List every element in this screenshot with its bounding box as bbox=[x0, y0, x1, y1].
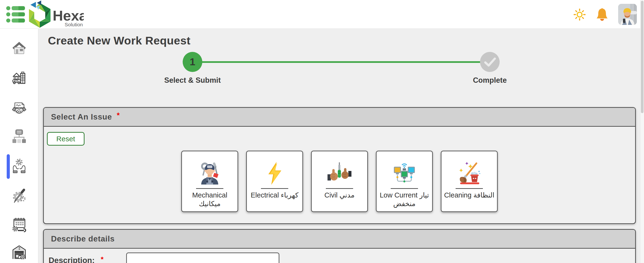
app-screen: Hexa Solution bbox=[0, 0, 644, 263]
lightning-bolt-icon bbox=[263, 151, 286, 185]
issue-card-cleaning[interactable]: Cleaning النظافة bbox=[441, 151, 498, 212]
issue-cards-row: Mechanical ميكانيك Electrical كهرباء bbox=[44, 151, 635, 212]
menu-icon[interactable] bbox=[6, 5, 26, 24]
scrollbar-thumb[interactable] bbox=[641, 1, 644, 113]
step-1-number: 1 bbox=[190, 56, 195, 68]
hands-screwdriver-icon bbox=[328, 151, 352, 185]
issue-card-low-current[interactable]: Low Current تيار منخفض bbox=[376, 151, 433, 212]
description-input[interactable] bbox=[126, 253, 280, 263]
description-label-text: Description: bbox=[48, 256, 95, 263]
select-issue-title: Select An Issue bbox=[51, 112, 112, 121]
schedule-calendar-tools-icon bbox=[12, 217, 27, 232]
left-sidebar bbox=[0, 29, 38, 263]
select-issue-panel-header: Select An Issue * bbox=[44, 108, 635, 127]
sidebar-item-contracts[interactable] bbox=[11, 99, 27, 116]
user-avatar-photo bbox=[618, 4, 637, 25]
description-label: Description: * bbox=[48, 256, 104, 263]
bell-icon[interactable] bbox=[596, 8, 608, 21]
card-divider bbox=[326, 188, 353, 189]
page-title: Create New Work Request bbox=[48, 34, 190, 47]
warehouse-inventory-icon bbox=[12, 245, 27, 260]
issue-card-label: Low Current تيار منخفض bbox=[376, 191, 432, 208]
sidebar-item-schedule[interactable] bbox=[11, 217, 27, 233]
step-1-label: Select & Submit bbox=[144, 76, 240, 85]
issue-card-label: Civil مدني bbox=[322, 191, 356, 199]
issue-card-label: Electrical كهرباء bbox=[249, 191, 300, 199]
sidebar-item-home[interactable] bbox=[11, 40, 27, 56]
reset-button[interactable]: Reset bbox=[47, 132, 84, 146]
required-asterisk: * bbox=[117, 111, 120, 120]
property-building-car-icon bbox=[12, 70, 27, 85]
sidebar-item-maintenance[interactable] bbox=[11, 188, 27, 204]
sidebar-item-warehouse[interactable] bbox=[11, 244, 27, 260]
card-divider bbox=[196, 188, 223, 189]
required-asterisk: * bbox=[101, 255, 104, 263]
maintenance-gear-screwdriver-icon bbox=[12, 188, 27, 204]
stepper-connector-line bbox=[192, 61, 490, 63]
describe-details-panel-header: Describe details bbox=[44, 230, 635, 249]
work-request-hands-gear-icon bbox=[12, 159, 27, 174]
menu-icon-glyph bbox=[6, 5, 26, 24]
step-1-circle: 1 bbox=[183, 52, 202, 72]
describe-details-panel: Describe details Description: * bbox=[43, 229, 636, 263]
user-avatar[interactable] bbox=[618, 4, 637, 25]
network-devices-icon bbox=[392, 151, 416, 185]
hexa-logo[interactable]: Hexa Solution bbox=[27, 0, 84, 29]
vertical-scrollbar[interactable] bbox=[640, 0, 644, 263]
sun-icon[interactable] bbox=[574, 8, 586, 20]
sidebar-item-work-requests[interactable] bbox=[11, 158, 27, 174]
step-2-circle bbox=[480, 52, 500, 72]
sun-icon-glyph bbox=[574, 8, 586, 20]
step-2-label: Complete bbox=[442, 76, 538, 85]
check-icon bbox=[480, 52, 500, 72]
hexa-logo-graphic: Hexa Solution bbox=[27, 0, 84, 29]
brand-name: Hexa bbox=[53, 8, 84, 24]
issue-card-label: Mechanical ميكانيك bbox=[182, 191, 238, 208]
top-header-bar: Hexa Solution bbox=[0, 0, 644, 29]
mechanic-worker-icon bbox=[197, 151, 223, 185]
issue-card-mechanical[interactable]: Mechanical ميكانيك bbox=[181, 151, 238, 212]
contract-handshake-icon bbox=[12, 100, 27, 115]
active-item-indicator bbox=[7, 154, 10, 179]
issue-card-label: Cleaning النظافة bbox=[442, 191, 496, 199]
card-divider bbox=[261, 188, 288, 189]
issue-card-civil[interactable]: Civil مدني bbox=[311, 151, 368, 212]
sidebar-item-properties[interactable] bbox=[11, 70, 27, 86]
card-divider bbox=[391, 188, 418, 189]
mop-bucket-icon bbox=[457, 151, 481, 185]
sidebar-item-organization[interactable] bbox=[11, 128, 27, 144]
issue-card-electrical[interactable]: Electrical كهرباء bbox=[246, 151, 303, 212]
describe-details-title: Describe details bbox=[51, 234, 115, 244]
home-icon bbox=[12, 40, 27, 55]
describe-details-body: Description: * bbox=[44, 249, 635, 263]
card-divider bbox=[456, 188, 483, 189]
bell-icon-glyph bbox=[596, 8, 608, 21]
select-issue-panel: Select An Issue * Reset bbox=[43, 107, 636, 224]
organization-chart-icon bbox=[12, 129, 27, 144]
brand-subtitle: Solution bbox=[65, 22, 83, 27]
